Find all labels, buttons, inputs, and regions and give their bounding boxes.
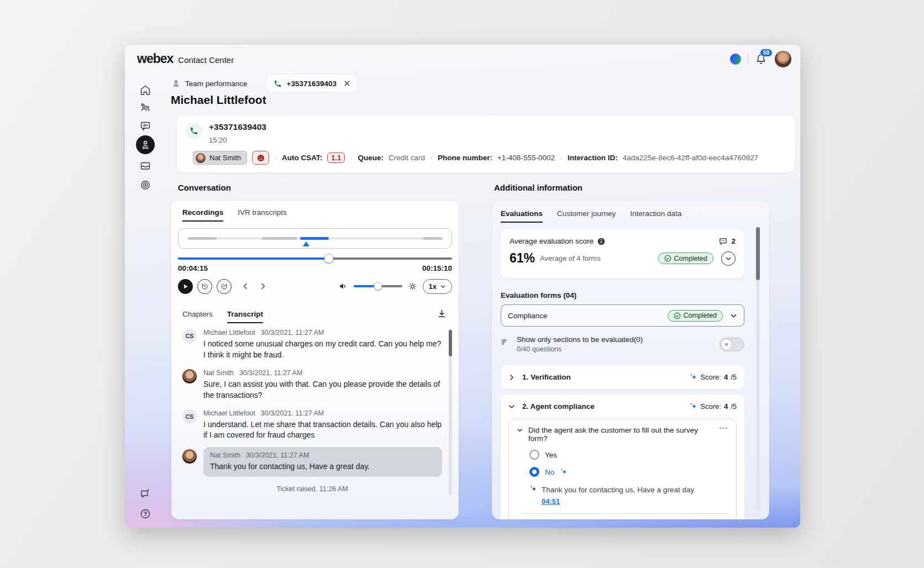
speed-value: 1x — [429, 282, 437, 291]
more-menu-button[interactable]: ··· — [720, 426, 729, 430]
chapter-segment[interactable] — [188, 237, 217, 240]
additional-info-tabs: Evaluations Customer journey Interaction… — [501, 209, 681, 223]
agent-name: Nat Smith — [209, 154, 241, 162]
close-icon[interactable] — [344, 80, 350, 87]
play-button[interactable] — [178, 279, 193, 294]
skip-forward-icon — [220, 282, 228, 291]
section-header[interactable]: 2. Agent compliance Score: 4/5 — [501, 395, 744, 418]
volume-handle[interactable] — [374, 282, 382, 291]
section-title: 2. Agent compliance — [522, 402, 595, 411]
section-title: 1. Verification — [522, 373, 571, 381]
sidebar-item-voice-transcripts[interactable] — [138, 119, 153, 133]
playback-speed-button[interactable]: 1x — [423, 279, 452, 294]
skip-back-button[interactable] — [197, 279, 212, 294]
panel-scrollbar[interactable] — [756, 227, 760, 511]
completed-badge: Completed — [658, 253, 713, 264]
notifications-button[interactable]: 50 — [755, 53, 768, 67]
sidebar-item-goals[interactable] — [138, 178, 153, 192]
tab-transcript[interactable]: Transcript — [227, 310, 263, 323]
radio-option-no[interactable]: No — [529, 467, 728, 477]
radio-unselected-icon[interactable] — [529, 450, 539, 460]
chapter-segment-active[interactable] — [300, 237, 329, 240]
chapter-segment[interactable] — [423, 237, 442, 240]
phone-number-label: Phone number: — [438, 154, 492, 162]
sidebar-item-home[interactable] — [138, 83, 153, 97]
csat-sentiment-badge[interactable] — [252, 151, 269, 165]
volume-icon[interactable] — [338, 281, 348, 291]
help-icon: ? — [139, 508, 151, 520]
workspace-tabbar: Team performance +35371639403 — [171, 75, 358, 92]
ai-answer-timestamp-link[interactable]: 04:51 — [542, 497, 560, 506]
transcript-message[interactable]: CS Michael Littlefoot 30/3/2021, 11:27 A… — [182, 409, 442, 441]
interaction-id-label: Interaction ID: — [568, 154, 618, 162]
evaluation-form-select[interactable]: Compliance Completed — [501, 304, 744, 327]
header-divider — [748, 54, 748, 65]
section-score: Score: 4/5 — [689, 373, 737, 381]
transcript-message-highlighted[interactable]: Nat Smith 30/3/2021, 11:27 AM Thank you … — [182, 449, 442, 477]
transcript-scrollbar[interactable] — [449, 329, 452, 495]
chevron-down-icon[interactable] — [517, 427, 523, 433]
sidebar-item-teams[interactable] — [138, 101, 153, 115]
average-score-subtitle: Average of 4 forms — [540, 254, 601, 262]
sidebar-item-agent-active[interactable] — [136, 135, 155, 154]
previous-button[interactable] — [242, 282, 249, 290]
tab-interaction-data[interactable]: Interaction data — [630, 209, 681, 223]
tab-ivr-transcripts[interactable]: IVR transcripts — [238, 208, 287, 222]
chevron-down-icon — [440, 283, 446, 290]
sidebar-item-feedback[interactable] — [138, 486, 153, 501]
scrollbar-thumb[interactable] — [756, 227, 760, 280]
phone-icon — [190, 127, 198, 135]
tab-team-performance[interactable]: Team performance — [171, 79, 248, 88]
transcript-message[interactable]: Nat Smith 30/3/2021, 11:27 AM Sure, I ca… — [182, 369, 442, 401]
chevron-down-icon — [730, 312, 737, 319]
completed-label: Completed — [674, 255, 707, 262]
info-icon[interactable] — [597, 238, 605, 245]
section-verification[interactable]: 1. Verification Score: 4/5 — [501, 365, 744, 389]
chevron-right-icon[interactable] — [508, 374, 515, 381]
ai-sparkle-icon — [689, 373, 697, 381]
dot-separator: · — [350, 153, 353, 162]
form-completed-badge: Completed — [668, 310, 723, 322]
filter-toggle[interactable]: ✕ — [720, 338, 744, 351]
call-meta-row: Nat Smith · Auto CSAT: 1.1 · Queue: Cred… — [193, 151, 787, 165]
author-name: Michael Littlefoot — [203, 329, 255, 336]
progress-handle[interactable] — [324, 254, 333, 264]
queue-value: Credit card — [389, 154, 425, 162]
tab-customer-journey[interactable]: Customer journey — [557, 209, 616, 223]
tab-evaluations[interactable]: Evaluations — [501, 209, 543, 223]
sidebar-item-inbox[interactable] — [138, 159, 153, 173]
queue-label: Queue: — [358, 154, 384, 162]
chapters-bar[interactable] — [178, 228, 452, 249]
score-comments[interactable]: 2 — [718, 236, 736, 246]
tab-chapters[interactable]: Chapters — [182, 310, 213, 323]
player-controls: 1x — [178, 278, 452, 294]
filter-subtext: 0/40 questions — [517, 345, 643, 353]
chevron-down-icon[interactable] — [508, 403, 515, 410]
question-card: Did the agent ask the customer to fill o… — [508, 419, 737, 519]
radio-option-yes[interactable]: Yes — [529, 450, 728, 460]
scrollbar-thumb[interactable] — [449, 330, 452, 356]
sidebar-item-help[interactable]: ? — [138, 507, 153, 521]
transcript-message[interactable]: CS Michael Littlefoot 30/3/2021, 11:27 A… — [182, 329, 442, 361]
skip-forward-button[interactable] — [217, 279, 232, 294]
user-avatar[interactable] — [775, 51, 791, 67]
agent-chip[interactable]: Nat Smith — [193, 151, 247, 165]
chapter-segment[interactable] — [262, 237, 297, 240]
expand-score-button[interactable] — [721, 251, 736, 266]
tab-label: +35371639403 — [287, 80, 337, 88]
download-button[interactable] — [437, 309, 447, 318]
auto-csat-value: 1.1 — [327, 152, 345, 163]
tab-call-active[interactable]: +35371639403 — [266, 75, 358, 92]
webex-sphere-icon[interactable] — [730, 54, 741, 65]
tab-recordings[interactable]: Recordings — [182, 208, 223, 222]
settings-gear-button[interactable] — [408, 282, 417, 291]
score-value: 4 — [724, 373, 728, 381]
progress-slider[interactable] — [178, 257, 452, 260]
app-window: webex Contact Center 50 ? — [125, 45, 800, 528]
radio-selected-icon[interactable] — [529, 467, 539, 477]
next-button[interactable] — [259, 282, 267, 290]
additional-info-heading: Additional information — [494, 183, 582, 192]
transcript-tabs: Chapters Transcript — [182, 310, 263, 323]
volume-slider[interactable] — [354, 285, 402, 287]
ai-sparkle-icon — [560, 468, 568, 476]
